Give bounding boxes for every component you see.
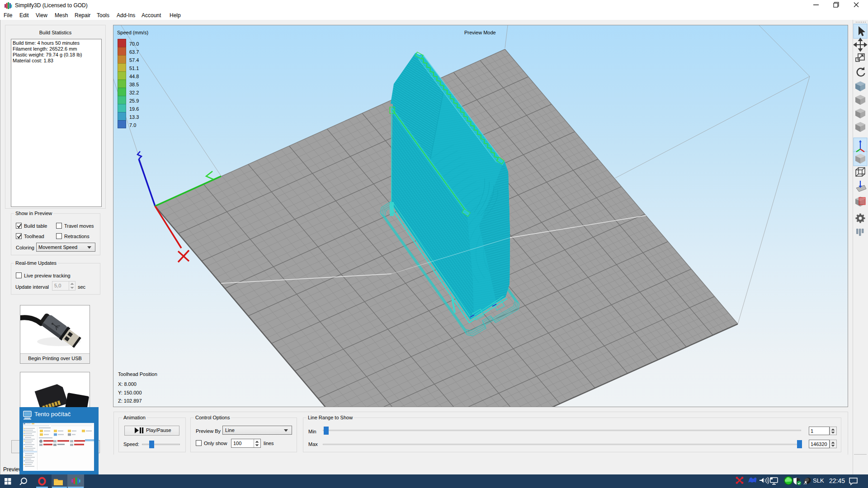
svg-text:SLK: SLK <box>813 477 824 484</box>
svg-text:22:45: 22:45 <box>829 477 845 484</box>
